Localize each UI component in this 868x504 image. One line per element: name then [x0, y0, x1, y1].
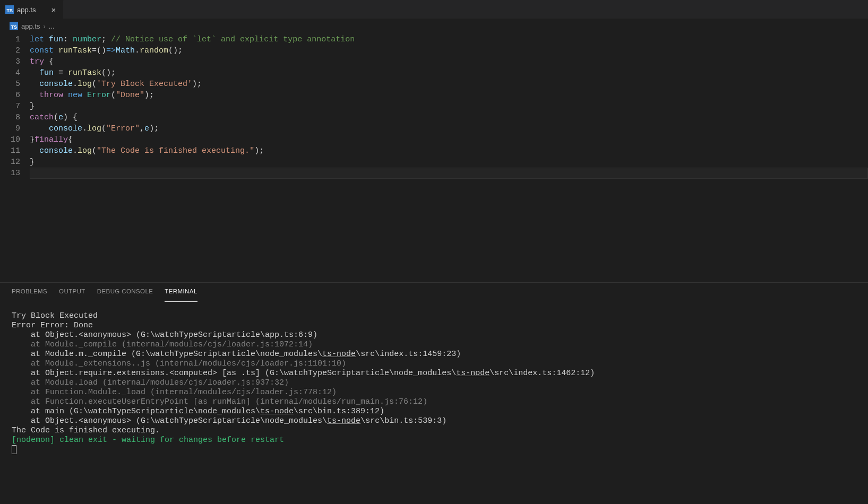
code-line[interactable]: }: [30, 157, 868, 168]
code-line[interactable]: try {: [30, 56, 868, 67]
terminal-line: at Module.m._compile (G:\watchTypeScript…: [12, 350, 856, 359]
line-number: 8: [0, 112, 20, 123]
terminal-line: Error Error: Done: [12, 321, 856, 331]
terminal-line: at Object.<anonymous> (G:\watchTypeScrip…: [12, 416, 856, 426]
panel-tabs: PROBLEMS OUTPUT DEBUG CONSOLE TERMINAL: [0, 283, 868, 302]
line-number: 9: [0, 123, 20, 134]
code-line[interactable]: let fun: number; // Notice use of `let` …: [30, 34, 868, 45]
code-line[interactable]: console.log('Try Block Executed');: [30, 79, 868, 90]
code-line[interactable]: catch(e) {: [30, 112, 868, 123]
code-line[interactable]: }finally{: [30, 134, 868, 145]
line-number: 2: [0, 45, 20, 56]
terminal-line: at Object.<anonymous> (G:\watchTypeScrip…: [12, 331, 856, 340]
line-number: 10: [0, 134, 20, 145]
tab-problems[interactable]: PROBLEMS: [12, 288, 47, 302]
breadcrumb-separator: ›: [43, 22, 45, 30]
terminal-line: Try Block Executed: [12, 311, 856, 321]
line-number: 7: [0, 101, 20, 112]
code-line[interactable]: }: [30, 101, 868, 112]
code-editor[interactable]: 12345678910111213 let fun: number; // No…: [0, 33, 868, 179]
breadcrumb[interactable]: TS app.ts › ...: [0, 19, 868, 33]
typescript-file-icon: TS: [5, 5, 14, 14]
code-area[interactable]: let fun: number; // Notice use of `let` …: [30, 34, 868, 179]
terminal-output[interactable]: Try Block ExecutedError Error: Done at O…: [0, 302, 868, 504]
tab-bar: TS app.ts ×: [0, 0, 868, 19]
tab-debug-console[interactable]: DEBUG CONSOLE: [97, 288, 153, 302]
line-number: 3: [0, 56, 20, 67]
tab-output[interactable]: OUTPUT: [59, 288, 85, 302]
terminal-line: at Module.load (internal/modules/cjs/loa…: [12, 378, 856, 388]
code-line[interactable]: console.log("The Code is finished execut…: [30, 145, 868, 157]
code-line[interactable]: fun = runTask();: [30, 67, 868, 79]
terminal-line: The Code is finished executing.: [12, 426, 856, 436]
line-number: 6: [0, 90, 20, 101]
terminal-line: at Module._extensions..js (internal/modu…: [12, 359, 856, 369]
terminal-line: at Function.executeUserEntryPoint [as ru…: [12, 397, 856, 407]
terminal-line: at Module._compile (internal/modules/cjs…: [12, 340, 856, 350]
code-line[interactable]: [30, 168, 868, 179]
code-line[interactable]: const runTask=()=>Math.random();: [30, 45, 868, 56]
terminal-line: at Object.require.extensions.<computed> …: [12, 369, 856, 378]
terminal-line: at Function.Module._load (internal/modul…: [12, 388, 856, 397]
tab-terminal[interactable]: TERMINAL: [165, 288, 197, 302]
bottom-panel: PROBLEMS OUTPUT DEBUG CONSOLE TERMINAL T…: [0, 282, 868, 504]
line-number-gutter: 12345678910111213: [0, 34, 30, 179]
tab-filename: app.ts: [17, 6, 36, 14]
terminal-line: at main (G:\watchTypeScriptarticle\node_…: [12, 407, 856, 416]
code-line[interactable]: console.log("Error",e);: [30, 123, 868, 134]
typescript-file-icon: TS: [10, 22, 18, 30]
line-number: 13: [0, 168, 20, 179]
tab-app-ts[interactable]: TS app.ts ×: [0, 0, 64, 19]
line-number: 11: [0, 145, 20, 157]
terminal-cursor-line[interactable]: [12, 445, 856, 455]
close-icon[interactable]: ×: [49, 5, 58, 14]
code-line[interactable]: throw new Error("Done");: [30, 90, 868, 101]
terminal-cursor: [12, 445, 16, 454]
terminal-line: [nodemon] clean exit - waiting for chang…: [12, 436, 856, 445]
line-number: 1: [0, 34, 20, 45]
line-number: 4: [0, 67, 20, 79]
breadcrumb-tail[interactable]: ...: [49, 22, 55, 30]
line-number: 12: [0, 157, 20, 168]
breadcrumb-file[interactable]: app.ts: [21, 22, 40, 30]
line-number: 5: [0, 79, 20, 90]
